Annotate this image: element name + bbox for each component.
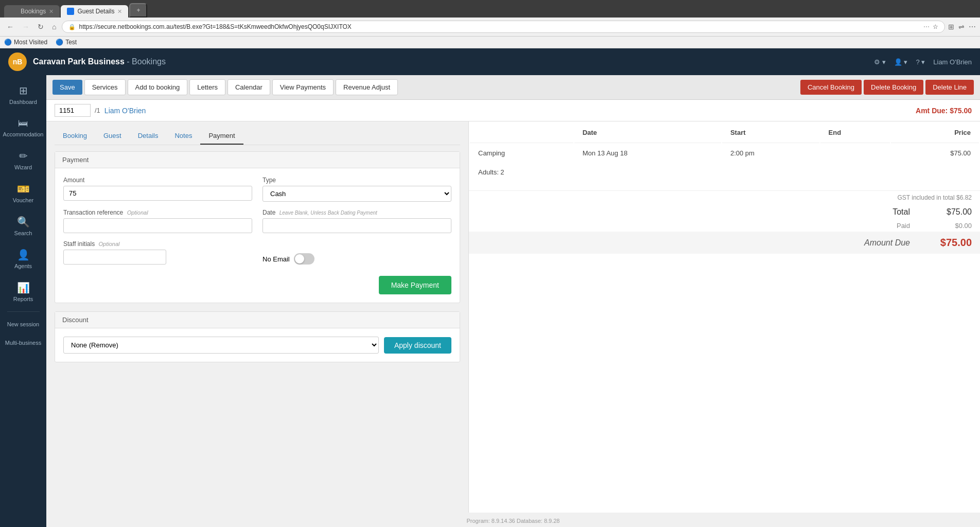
payment-row-1: Amount Type Cash Credi — [63, 177, 451, 209]
sidebar-item-new-session[interactable]: New session — [0, 316, 46, 332]
col-start: Start — [722, 122, 819, 143]
adults-info: Adults: 2 — [470, 163, 573, 181]
tab-guest[interactable]: Guest — [95, 128, 130, 145]
transaction-col: Transaction reference Optional — [63, 209, 252, 240]
home-button[interactable]: ⌂ — [49, 22, 59, 32]
make-payment-button[interactable]: Make Payment — [379, 276, 451, 294]
tab-bookings-label: Bookings — [21, 8, 46, 15]
bookmark-favicon: 🔵 — [4, 39, 12, 46]
col-end: End — [820, 122, 890, 143]
user-icon[interactable]: 👤 ▾ — [894, 58, 908, 66]
agents-icon: 👤 — [17, 249, 30, 261]
staff-col: Staff initials Optional — [63, 240, 252, 272]
sidebar-item-reports[interactable]: 📊 Reports — [0, 276, 46, 307]
tab-payment[interactable]: Payment — [200, 128, 243, 145]
total-row: Total $75.00 — [469, 204, 980, 220]
date-group: Date Leave Blank, Unless Back Dating Pay… — [262, 209, 451, 233]
back-button[interactable]: ← — [4, 22, 16, 32]
services-button[interactable]: Services — [84, 79, 126, 95]
calendar-button[interactable]: Calendar — [227, 79, 270, 95]
amount-label: Amount — [63, 177, 252, 184]
booking-header: /1 Liam O'Brien Amt Due: $75.00 — [46, 100, 980, 121]
tab-details[interactable]: Details — [130, 128, 167, 145]
discount-section-header: Discount — [55, 312, 460, 328]
view-payments-button[interactable]: View Payments — [272, 79, 334, 95]
app-wrapper: nB Caravan Park Business - Bookings ⚙ ▾ … — [0, 48, 980, 527]
sidebar-label-accommodation: Accommodation — [3, 131, 44, 137]
action-bar: Save Services Add to booking Letters Cal… — [46, 75, 980, 100]
apply-discount-button[interactable]: Apply discount — [384, 337, 451, 354]
tab-notes[interactable]: Notes — [166, 128, 200, 145]
total-value: $75.00 — [931, 207, 972, 217]
payment-row-2: Transaction reference Optional — [63, 209, 451, 240]
tab-booking[interactable]: Booking — [55, 128, 95, 145]
booking-name[interactable]: Liam O'Brien — [104, 107, 146, 115]
type-col: Type Cash Credit Card EFTPOS Cheque Bank… — [262, 177, 451, 209]
help-icon[interactable]: ? ▾ — [916, 58, 925, 66]
type-label: Type — [262, 177, 451, 184]
sidebar-item-wizard[interactable]: ✏ Wizard — [0, 145, 46, 175]
user-name: Liam O'Brien — [933, 58, 972, 66]
letters-button[interactable]: Letters — [189, 79, 225, 95]
accommodation-icon: 🛏 — [18, 117, 28, 129]
delete-line-button[interactable]: Delete Line — [925, 80, 974, 95]
booking-id-input[interactable] — [55, 104, 91, 117]
camping-price: $75.00 — [891, 144, 979, 162]
discount-select[interactable]: None (Remove) 10% Off 20% Off Senior Dis… — [63, 337, 379, 354]
sync-icon[interactable]: ⇌ — [958, 23, 965, 31]
tab-favicon-active — [67, 8, 74, 15]
revenue-adjust-button[interactable]: Revenue Adjust — [336, 79, 398, 95]
sidebar-item-accommodation[interactable]: 🛏 Accommodation — [0, 112, 46, 143]
payment-row-3: Staff initials Optional No Email — [63, 240, 451, 272]
tab-close-active-icon[interactable]: ✕ — [117, 8, 122, 15]
sidebar-item-agents[interactable]: 👤 Agents — [0, 243, 46, 274]
sidebar-label-search: Search — [14, 230, 32, 236]
address-bar[interactable]: 🔒 https://secure.netbookings.com.au/test… — [62, 21, 945, 33]
discount-section: Discount None (Remove) 10% Off 20% Off S… — [55, 311, 460, 362]
reload-button[interactable]: ↻ — [35, 22, 46, 32]
wizard-icon: ✏ — [19, 150, 28, 162]
tab-guest-details[interactable]: Guest Details ✕ — [61, 5, 128, 17]
page-footer: Program: 8.9.14.36 Database: 8.9.28 — [46, 513, 980, 527]
tab-bookings[interactable]: Bookings ✕ — [4, 5, 60, 17]
payment-section-header: Payment — [55, 152, 460, 168]
amount-col: Amount — [63, 177, 252, 209]
page-body: Booking Guest Details Notes Payment Paym… — [46, 121, 980, 513]
browser-tabs: Bookings ✕ Guest Details ✕ + — [4, 3, 976, 17]
more-icon[interactable]: ⋯ — [969, 23, 976, 31]
transaction-label: Transaction reference Optional — [63, 209, 252, 216]
tab-close-icon[interactable]: ✕ — [49, 8, 54, 15]
settings-icon[interactable]: ⚙ ▾ — [874, 58, 886, 66]
sidebar-divider — [7, 311, 40, 312]
bookmark-most-visited[interactable]: 🔵 Most Visited — [4, 39, 47, 46]
total-label: Total — [892, 207, 910, 217]
bookmark-star-icon[interactable]: ☆ — [933, 23, 938, 30]
no-email-toggle[interactable] — [294, 253, 314, 265]
bookmark-test[interactable]: 🔵 Test — [56, 39, 77, 46]
app-topbar-right: ⚙ ▾ 👤 ▾ ? ▾ Liam O'Brien — [874, 58, 972, 66]
forward-button[interactable]: → — [20, 22, 32, 32]
amount-input[interactable] — [63, 186, 252, 201]
cancel-booking-button[interactable]: Cancel Booking — [800, 80, 862, 95]
add-tab-button[interactable]: + — [129, 3, 147, 17]
sidebar-item-multi-business[interactable]: Multi-business — [0, 335, 46, 351]
sidebar-item-search[interactable]: 🔍 Search — [0, 210, 46, 241]
gst-label: GST included in total $6.82 — [897, 194, 972, 201]
add-to-booking-button[interactable]: Add to booking — [128, 79, 188, 95]
tab-favicon — [10, 8, 18, 15]
app-subtitle: - Bookings — [127, 57, 166, 66]
reports-icon: 📊 — [17, 282, 30, 294]
date-input[interactable] — [262, 218, 451, 233]
transaction-ref-input[interactable] — [63, 218, 252, 233]
paid-label: Paid — [897, 222, 910, 230]
save-button[interactable]: Save — [52, 80, 82, 95]
bookmark-test-favicon: 🔵 — [56, 39, 63, 46]
staff-initials-input[interactable] — [63, 250, 166, 265]
delete-booking-button[interactable]: Delete Booking — [864, 80, 923, 95]
camping-date: Mon 13 Aug 18 — [574, 144, 721, 162]
sidebar-item-voucher[interactable]: 🎫 Voucher — [0, 178, 46, 208]
type-select[interactable]: Cash Credit Card EFTPOS Cheque Bank Tran… — [262, 186, 451, 202]
sidebar-item-dashboard[interactable]: ⊞ Dashboard — [0, 79, 46, 110]
extensions-icon[interactable]: ⊞ — [948, 23, 954, 31]
app-logo: nB — [8, 52, 27, 71]
